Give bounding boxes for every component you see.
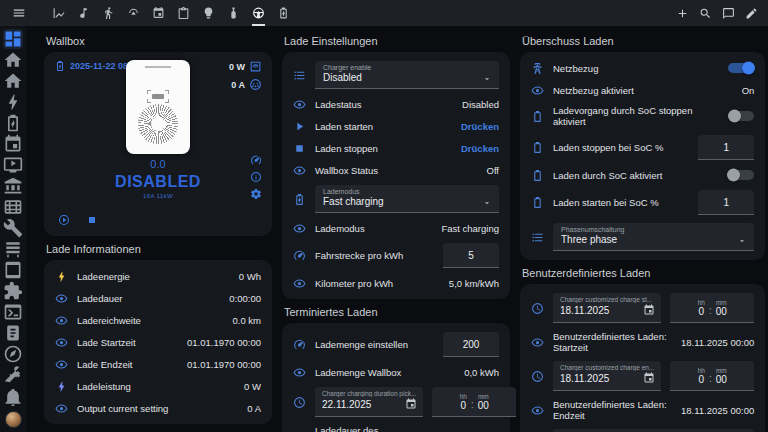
info-card: Ladeenergie 0 Wh Ladedauer 0:00:00 Lader… [44, 260, 272, 424]
sidebar-item-media-browser[interactable] [3, 344, 23, 364]
sidebar-item-film[interactable] [3, 197, 23, 217]
tab-bulb-icon[interactable] [202, 0, 215, 26]
soc-stop-row: Laden stoppen bei SoC % 1 [530, 131, 755, 164]
press-button[interactable]: Drücken [461, 121, 499, 132]
tab-walk-icon[interactable] [102, 0, 115, 26]
netzbezug-toggle[interactable] [728, 63, 754, 73]
sidebar-item-addons[interactable] [3, 281, 23, 301]
wallbox-card-title: Wallbox [46, 35, 270, 47]
tab-bottle-icon[interactable] [227, 0, 240, 26]
soc-stop-toggle[interactable] [729, 111, 754, 121]
tab-calendar-icon[interactable] [152, 0, 165, 26]
hour-input[interactable]: 0 [460, 400, 467, 411]
user-avatar[interactable] [5, 411, 22, 428]
app-window: Wallbox 2025-11-22 08:39 0 W 0 A [0, 0, 768, 432]
info-row-startzeit: Lade Startzeit 01.01.1970 00:00 [54, 331, 262, 353]
dashboard-tabs [52, 0, 290, 26]
lademodus-select[interactable]: Lademodus Fast charging [315, 185, 499, 213]
sidebar-item-radiator[interactable] [3, 239, 23, 259]
calendar-icon[interactable] [643, 370, 655, 382]
info-row-ladereichweite: Ladereichweite 0.0 km [54, 309, 262, 331]
sidebar-item-developer[interactable] [3, 365, 23, 385]
notifications-bell-icon[interactable] [3, 387, 23, 407]
lademenge-input-row: Lademenge einstellen 200 [292, 328, 500, 361]
calendar-icon[interactable] [405, 396, 417, 408]
laden-stoppen-row: Laden stoppen Drücken [292, 137, 500, 159]
duration-date-picker[interactable]: Charger charging duration pick... 22.11.… [315, 387, 423, 417]
sidebar-item-media[interactable] [3, 155, 23, 175]
search-icon[interactable] [699, 7, 712, 20]
duration-time-picker[interactable]: hh0 : mm00 [432, 387, 516, 417]
hour-input[interactable]: 0 [698, 306, 705, 317]
wallbox-power: 0 W [229, 60, 262, 73]
custom-end-time-picker[interactable]: hh0 : mm00 [670, 361, 754, 391]
sidebar-item-battery[interactable] [3, 113, 23, 133]
sidebar-item-logbook[interactable] [3, 323, 23, 343]
custom-start-time-picker[interactable]: hh0 : mm00 [670, 293, 754, 323]
custom-end-date-picker[interactable]: Charger customized charge en... 18.11.20… [553, 361, 661, 391]
menu-icon[interactable] [12, 6, 26, 20]
tab-music-icon[interactable] [77, 0, 90, 26]
stop-charging-icon[interactable] [86, 214, 98, 226]
phase-select[interactable]: Phasenumschaltung Three phase [553, 223, 754, 251]
minute-input[interactable]: 00 [716, 374, 727, 385]
sidebar-item-tools[interactable] [3, 218, 23, 238]
soc-stop-input[interactable]: 1 [698, 135, 754, 160]
laden-starten-row: Laden starten Drücken [292, 115, 500, 137]
settings-card-title: Lade Einstellungen [284, 35, 508, 47]
wallbox-value: 0.0 [44, 158, 272, 170]
start-charging-icon[interactable] [58, 214, 70, 226]
custom-startzeit-row: Benutzerdefiniertes Laden: Startzeit 18.… [530, 327, 755, 357]
custom-end-picker-row: Charger customized charge en... 18.11.20… [530, 357, 755, 395]
chevron-down-icon [482, 70, 492, 80]
minute-input[interactable]: 00 [478, 400, 489, 411]
speedometer-icon[interactable] [250, 154, 262, 166]
edit-dashboard-icon[interactable] [745, 7, 758, 20]
ladestatus-row: Ladestatus Disabled [292, 93, 500, 115]
netzbezug-row: Netzbezug [530, 57, 755, 79]
minute-input[interactable]: 00 [716, 306, 727, 317]
hour-input[interactable]: 0 [698, 374, 705, 385]
lademenge-input[interactable]: 200 [443, 332, 499, 357]
tab-clipboard-icon[interactable] [177, 0, 190, 26]
tab-ev-charger-icon[interactable] [277, 0, 290, 26]
sidebar-item-energy[interactable] [3, 92, 23, 112]
calendar-icon[interactable] [643, 302, 655, 314]
custom-card: Charger customized charge st... 18.11.20… [520, 284, 765, 432]
info-row-ladedauer: Ladedauer 0:00:00 [54, 287, 262, 309]
charger-enable-row: Charger enable Disabled [292, 57, 500, 93]
flash-icon [55, 270, 68, 283]
eye-icon [531, 404, 544, 417]
soc-start-input[interactable]: 1 [698, 190, 754, 215]
sidebar-item-home-1[interactable] [3, 50, 23, 70]
sidebar-item-bank[interactable] [3, 176, 23, 196]
lademodus-select-row: Lademodus Fast charging [292, 181, 500, 217]
eye-icon [293, 366, 306, 379]
fahrstrecke-input[interactable]: 5 [443, 243, 499, 268]
sidebar-item-terminal[interactable] [3, 302, 23, 322]
soc-start-toggle[interactable] [728, 170, 754, 180]
tab-gauge-icon[interactable] [127, 0, 140, 26]
eye-icon [293, 277, 306, 290]
add-icon[interactable] [676, 7, 689, 20]
ladedauer-geraet-row: Ladedauer des Ladegeräts 22.11.2025 00:0… [292, 421, 500, 432]
battery-icon [531, 169, 544, 182]
top-app-bar [0, 0, 768, 26]
list-icon [293, 69, 306, 82]
tab-chart-icon[interactable] [52, 0, 65, 26]
charger-enable-select[interactable]: Charger enable Disabled [315, 61, 499, 89]
info-row-ladeenergie: Ladeenergie 0 Wh [54, 265, 262, 287]
netzbezug-aktiviert-row: Netzbezug aktiviert On [530, 79, 755, 101]
settings-gear-icon[interactable] [250, 188, 262, 200]
sidebar-item-tablet[interactable] [3, 260, 23, 280]
press-button[interactable]: Drücken [461, 143, 499, 154]
sidebar-item-calendar[interactable] [3, 134, 23, 154]
list-icon [531, 231, 544, 244]
custom-start-date-picker[interactable]: Charger customized charge st... 18.11.20… [553, 293, 661, 323]
info-icon[interactable] [250, 171, 262, 183]
sidebar-item-dashboard[interactable] [3, 29, 23, 49]
column-surplus: Überschuss Laden Netzbezug Netzbezug akt… [520, 28, 765, 432]
sidebar-item-home-2[interactable] [3, 71, 23, 91]
tab-steering-wheel-icon[interactable] [252, 0, 265, 26]
assist-chat-icon[interactable] [722, 7, 735, 20]
